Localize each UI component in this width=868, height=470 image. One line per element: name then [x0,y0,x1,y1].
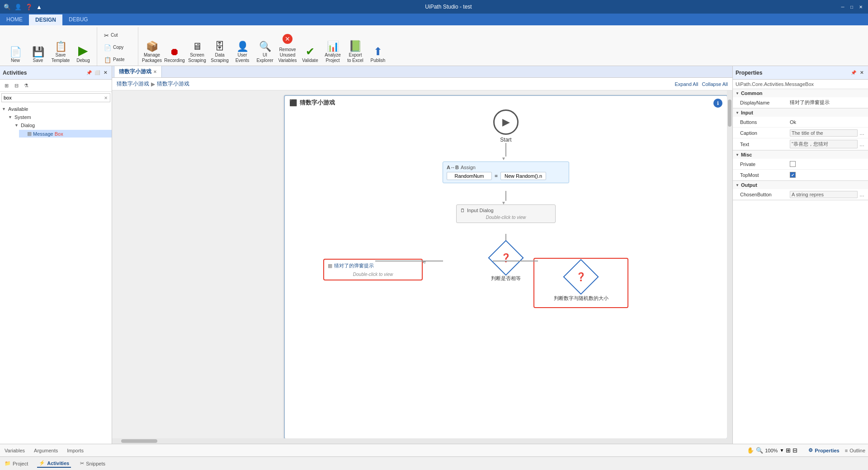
new-btn[interactable]: 📄 New [5,29,26,66]
prop-dots-text[interactable]: … [859,142,865,147]
ui-explorer-btn[interactable]: 🔍 UIExplorer [254,29,276,66]
export-excel-btn[interactable]: 📗 Exportto Excel [344,29,366,66]
analyze-project-label: AnalyzeProject [325,52,341,63]
prop-dots-caption[interactable]: … [859,130,865,136]
prop-pin-btn[interactable]: 📌 [850,69,857,76]
collapse-all-canvas-btn[interactable]: Collapse All [702,81,728,87]
panel-close-btn[interactable]: ✕ [102,69,109,76]
prop-section-output-header[interactable]: ▼ Output [733,181,868,189]
canvas-tabs: 猜数字小游戏 ✕ [112,66,732,78]
activities-tab-label: Activities [47,461,69,466]
scrollbar-x[interactable] [112,438,727,444]
panel-expand-btn[interactable]: ⬜ [94,69,101,76]
collapse-all-btn[interactable]: ⊟ [12,81,21,90]
imports-tab[interactable]: Imports [65,447,85,454]
hand-tool-icon[interactable]: ✋ [747,447,754,454]
prop-input-chosenbutton[interactable]: A string repres [790,191,858,198]
debug-btn[interactable]: ▶ Debug [72,29,94,66]
validate-icon: ✔ [306,46,315,57]
tree-row-messagebox[interactable]: ▩ Message Box [19,130,112,138]
tree-row-system[interactable]: ▼ System [6,114,112,121]
prop-section-common-header[interactable]: ▼ Common [733,89,868,97]
save-template-btn[interactable]: 📋 SaveTemplate [50,29,71,66]
analyze-project-btn[interactable]: 📊 AnalyzeProject [322,29,344,66]
tree-row-available[interactable]: ▼ Available [0,105,112,113]
data-scraping-btn[interactable]: 🗄 DataScraping [209,29,231,66]
variables-tab[interactable]: Variables [3,447,27,454]
cut-btn[interactable]: ✂ Cut [102,29,133,41]
screen-scraping-btn[interactable]: 🖥 ScreenScraping [186,29,208,66]
tab-debug[interactable]: DEBUG [62,14,94,25]
arguments-tab[interactable]: Arguments [32,447,60,454]
prop-checkbox-topmost[interactable]: ✔ [790,172,796,178]
manage-packages-btn[interactable]: 📦 ManagePackages [141,29,163,66]
scrollbar-y[interactable] [727,90,732,444]
prop-input-caption[interactable]: The title of the [790,129,858,137]
chevron-up-icon[interactable]: ▲ [36,4,42,10]
paste-btn[interactable]: 📋 Paste [102,54,133,66]
canvas-tab-close-btn[interactable]: ✕ [153,70,157,74]
close-btn[interactable]: ✕ [857,3,864,10]
assign-left: RandomNum [447,172,492,180]
user-events-btn[interactable]: 👤 UserEvents [231,29,253,66]
prop-section-misc-header[interactable]: ▼ Misc [733,151,868,159]
search-clear-btn[interactable]: ✕ [102,94,110,102]
canvas-viewport[interactable]: ⬛ 猜数字小游戏 ℹ ▶ Start ▼ A↔B [112,90,732,444]
properties-side-tab[interactable]: ⚙ Properties [808,447,839,453]
user-events-label: UserEvents [236,52,250,63]
bottom-tab-activities[interactable]: ⚡ Activities [37,459,71,468]
expand-all-canvas-btn[interactable]: Expand All [675,81,698,87]
scroll-thumb-x[interactable] [121,439,157,443]
tab-home[interactable]: HOME [0,14,29,25]
false-decision-label: 判断数字与随机数的大小 [554,295,609,302]
bottom-tab-project[interactable]: 📁 Project [3,460,30,467]
fit-screen-icon[interactable]: ⊞ [786,447,791,454]
expand-all-btn[interactable]: ⊞ [2,81,11,90]
assign-node[interactable]: A↔B Assign RandomNum = New Random().n [443,161,569,183]
fit-page-icon[interactable]: ⊟ [793,447,797,454]
scroll-thumb-y[interactable] [728,100,731,127]
tab-design[interactable]: DESIGN [29,14,62,25]
start-circle[interactable]: ▶ [493,109,519,135]
copy-btn[interactable]: 📄 Copy [102,42,133,53]
publish-btn[interactable]: ⬆ Publish [367,29,389,66]
filter-btn[interactable]: ⚗ [22,81,31,90]
zoom-search-icon[interactable]: 🔍 [756,447,763,454]
ribbon-group-file: 📄 New 💾 Save 📋 SaveTemplate ▶ Debug [2,27,97,66]
screen-scraping-icon: 🖥 [192,42,202,52]
manage-packages-icon: 📦 [146,42,158,52]
input-dialog-node[interactable]: 🗒 Input Dialog Double-click to view [456,204,556,223]
message-box-node[interactable]: ▩ 猜对了的弹窗提示 Double-click to view [323,259,423,280]
prop-close-btn[interactable]: ✕ [858,69,865,76]
message-box-icon: ▩ [328,263,332,269]
recording-btn[interactable]: ⏺ Recording [164,29,185,66]
help-icon[interactable]: ❓ [25,4,33,10]
ribbon-tab-bar: HOME DESIGN DEBUG [0,14,868,25]
publish-label: Publish [371,58,386,63]
user-icon[interactable]: 👤 [14,4,22,10]
bottom-tab-snippets[interactable]: ✂ Snippets [78,460,107,467]
snippets-tab-label: Snippets [86,461,105,466]
prop-input-text[interactable]: "恭喜您，您猜对 [790,140,858,148]
maximize-btn[interactable]: □ [848,3,855,10]
h-connector-right [493,261,538,261]
search-icon[interactable]: 🔍 [4,4,11,10]
outline-side-tab[interactable]: ≡ Outline [845,448,865,453]
remove-unused-btn[interactable]: ✕ Remove UnusedVariables [277,29,298,66]
arrow-1: ▼ [501,156,506,161]
search-input[interactable] [2,94,102,101]
canvas-tab-main[interactable]: 猜数字小游戏 ✕ [114,66,162,77]
prop-dots-chosenbutton[interactable]: … [859,192,865,197]
minimize-btn[interactable]: ─ [839,3,846,10]
tree-row-dialog[interactable]: ▼ Dialog [13,122,112,129]
save-btn[interactable]: 💾 Save [27,29,49,66]
prop-common-label: Common [741,90,763,96]
recording-icon: ⏺ [170,47,179,57]
validate-btn[interactable]: ✔ Validate [299,29,321,66]
zoom-dropdown-icon[interactable]: ▼ [779,448,784,453]
workflow-info-btn[interactable]: ℹ [713,99,722,108]
prop-checkbox-private[interactable] [790,161,796,167]
false-decision-node[interactable]: ❓ 判断数字与随机数的大小 [533,258,628,308]
prop-section-input-header[interactable]: ▼ Input [733,109,868,117]
panel-pin-btn[interactable]: 📌 [85,69,93,76]
